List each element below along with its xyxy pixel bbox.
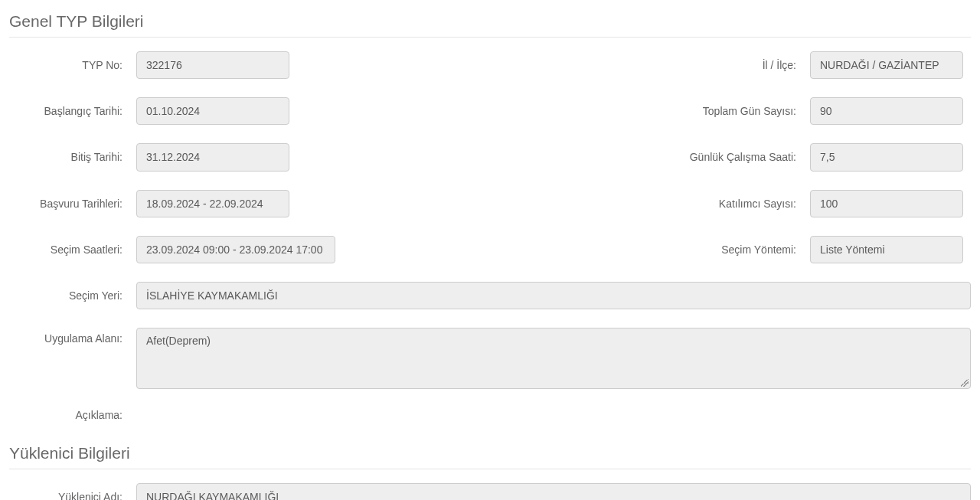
label-toplam-gun-sayisi: Toplam Gün Sayısı:	[660, 105, 798, 117]
section-rule	[9, 37, 971, 38]
value-gunluk-calisma-saati: 7,5	[810, 143, 963, 171]
label-basvuru-tarihleri: Başvuru Tarihleri:	[9, 198, 124, 210]
value-uygulama-alani: Afet(Deprem)	[136, 328, 971, 389]
value-secim-yontemi: Liste Yöntemi	[810, 236, 963, 263]
contractor-info-grid: Yüklenici Adı: NURDAĞI KAYMAKAMLIĞI Adre…	[9, 483, 971, 500]
value-katilimci-sayisi: 100	[810, 190, 963, 217]
value-bitis-tarihi: 31.12.2024	[136, 143, 289, 171]
label-baslangic-tarihi: Başlangıç Tarihi:	[9, 105, 124, 117]
label-yuklenici-adi: Yüklenici Adı:	[9, 491, 124, 500]
value-basvuru-tarihleri: 18.09.2024 - 22.09.2024	[136, 190, 289, 217]
value-typ-no: 322176	[136, 51, 289, 79]
value-baslangic-tarihi: 01.10.2024	[136, 97, 289, 125]
label-secim-yeri: Seçim Yeri:	[9, 289, 124, 302]
label-aciklama: Açıklama:	[9, 409, 124, 421]
label-katilimci-sayisi: Katılımcı Sayısı:	[660, 198, 798, 210]
label-bitis-tarihi: Bitiş Tarihi:	[9, 151, 124, 163]
general-info-grid: TYP No: 322176 İl / İlçe: NURDAĞI / GAZİ…	[9, 51, 971, 423]
label-secim-saatleri: Seçim Saatleri:	[9, 243, 124, 256]
label-gunluk-calisma-saati: Günlük Çalışma Saati:	[660, 151, 798, 163]
value-secim-yeri: İSLAHİYE KAYMAKAMLIĞI	[136, 282, 971, 309]
value-secim-saatleri: 23.09.2024 09:00 - 23.09.2024 17:00	[136, 236, 335, 263]
label-il-ilce: İl / İlçe:	[660, 59, 798, 71]
value-toplam-gun-sayisi: 90	[810, 97, 963, 125]
value-aciklama	[136, 407, 971, 423]
label-typ-no: TYP No:	[9, 59, 124, 71]
section-rule-2	[9, 469, 971, 469]
value-il-ilce: NURDAĞI / GAZİANTEP	[810, 51, 963, 79]
value-yuklenici-adi: NURDAĞI KAYMAKAMLIĞI	[136, 483, 971, 500]
label-secim-yontemi: Seçim Yöntemi:	[660, 243, 798, 256]
section-title-general: Genel TYP Bilgileri	[9, 12, 971, 31]
section-title-contractor: Yüklenici Bilgileri	[9, 444, 971, 462]
label-uygulama-alani: Uygulama Alanı:	[9, 328, 124, 345]
